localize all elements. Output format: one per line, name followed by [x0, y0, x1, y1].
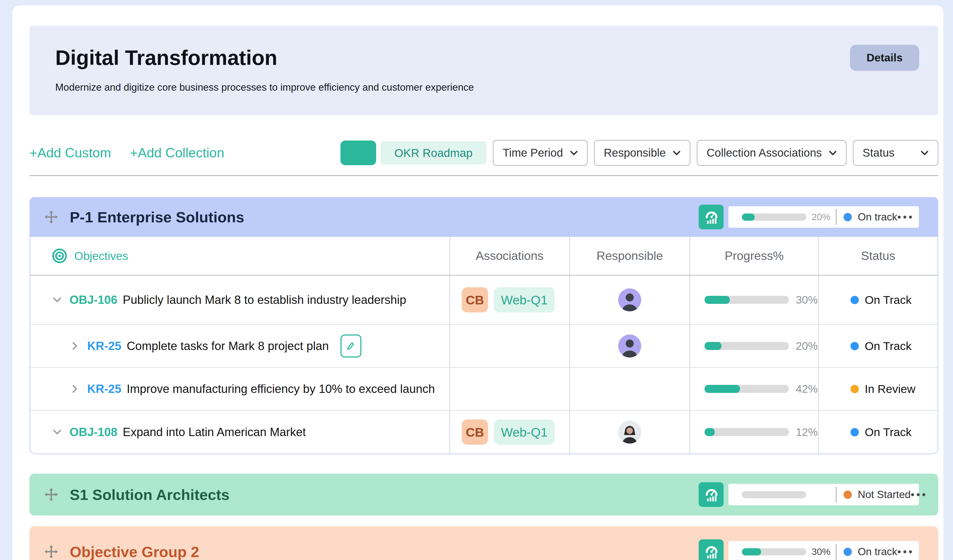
filter-responsible[interactable]: Responsible	[594, 140, 690, 166]
progress-track	[705, 342, 789, 350]
progress-fill	[705, 428, 715, 436]
page-subtitle: Modernize and digitize core business pro…	[55, 82, 938, 93]
group-title: Objective Group 2	[70, 543, 199, 560]
progress-track	[742, 548, 806, 555]
associations-cell	[449, 325, 569, 367]
table-row: OBJ-108 Expand into Latin American Marke…	[30, 411, 937, 453]
objectives-header: Objectives	[30, 237, 449, 275]
group-progress-pill: 20% On track •••	[728, 206, 919, 228]
drag-move-icon[interactable]	[44, 210, 59, 224]
associations-cell: CB Web-Q1	[449, 411, 569, 453]
progress-track	[705, 296, 789, 304]
view-color-swatch-button[interactable]	[340, 141, 376, 165]
pill-divider	[836, 209, 837, 225]
objective-code[interactable]: OBJ-106	[70, 293, 118, 307]
app-canvas: Digital Transformation Modernize and dig…	[12, 5, 943, 560]
progress-percent: 42%	[796, 383, 818, 395]
more-menu-icon[interactable]: •••	[897, 546, 914, 557]
more-menu-icon[interactable]: •••	[911, 489, 928, 500]
add-collection-button[interactable]: +Add Collection	[130, 145, 224, 161]
drag-move-icon[interactable]	[44, 487, 59, 502]
filter-label: Collection Associations	[706, 146, 822, 159]
status-cell[interactable]: On Track	[818, 411, 937, 453]
group-header-og2[interactable]: Objective Group 2 30% On track •••	[29, 526, 938, 560]
progress-track	[742, 214, 806, 221]
avatar[interactable]	[618, 334, 641, 357]
objective-code[interactable]: OBJ-108	[70, 425, 118, 439]
page-title: Digital Transformation	[55, 46, 938, 70]
chevron-down-icon	[829, 150, 837, 156]
status-cell[interactable]: In Review	[818, 368, 937, 410]
expand-chevron-icon[interactable]	[70, 383, 80, 394]
filter-label: Responsible	[604, 146, 666, 159]
status-label[interactable]: Not Started	[858, 489, 911, 501]
chevron-down-icon	[570, 150, 578, 156]
table-row: KR-25 Complete tasks for Mark 8 project …	[30, 325, 937, 368]
filter-status[interactable]: Status	[853, 140, 938, 166]
status-dot	[851, 428, 859, 436]
objective-cell: OBJ-108 Expand into Latin American Marke…	[30, 411, 449, 453]
edit-button[interactable]	[340, 334, 362, 357]
filter-collection-associations[interactable]: Collection Associations	[697, 140, 846, 166]
toolbar: +Add Custom +Add Collection OKR Roadmap …	[29, 140, 938, 166]
responsible-header: Responsible	[569, 237, 689, 275]
group-summary: 30% On track •••	[698, 539, 919, 560]
progress-header: Progress%	[689, 237, 818, 275]
objective-title: Publicly launch Mark 8 to establish indu…	[123, 293, 407, 307]
group-title: P-1 Enterprise Solutions	[70, 208, 244, 226]
progress-cell: 42%	[689, 368, 818, 410]
responsible-cell	[569, 275, 689, 324]
key-result-code[interactable]: KR-25	[87, 382, 121, 396]
gauge-icon[interactable]	[698, 205, 723, 229]
progress-percent: 12%	[796, 426, 818, 439]
pencil-icon	[345, 340, 357, 352]
status-label: On Track	[865, 340, 911, 353]
status-label: On Track	[865, 426, 911, 439]
associations-cell	[449, 368, 569, 410]
okr-roadmap-tab[interactable]: OKR Roadmap	[380, 141, 487, 164]
avatar[interactable]	[618, 420, 641, 444]
group-header-s1[interactable]: S1 Solution Architects Not Started •••	[29, 474, 938, 515]
key-result-code[interactable]: KR-25	[87, 339, 121, 353]
progress-cell: 20%	[689, 325, 818, 367]
collapse-chevron-icon[interactable]	[52, 427, 62, 437]
avatar[interactable]	[618, 288, 641, 311]
collapse-chevron-icon[interactable]	[52, 295, 62, 305]
objectives-header-label: Objectives	[75, 250, 128, 262]
association-badge-webq1[interactable]: Web-Q1	[494, 287, 554, 312]
status-dot	[844, 490, 852, 499]
table-row: KR-25 Improve manufacturing efficiency b…	[30, 368, 937, 411]
status-label[interactable]: On track	[858, 211, 897, 223]
status-dot	[844, 548, 852, 556]
progress-fill	[705, 342, 722, 350]
filter-label: Status	[863, 146, 894, 159]
status-dot	[844, 213, 852, 221]
progress-percent: 20%	[812, 212, 834, 222]
progress-track	[742, 491, 806, 498]
gauge-icon[interactable]	[698, 539, 723, 560]
more-menu-icon[interactable]: •••	[897, 212, 914, 222]
association-badge-webq1[interactable]: Web-Q1	[494, 419, 554, 445]
expand-chevron-icon[interactable]	[70, 341, 80, 351]
group-summary: Not Started •••	[698, 482, 919, 507]
key-result-cell: KR-25 Improve manufacturing efficiency b…	[30, 368, 449, 410]
status-label[interactable]: On track	[858, 546, 897, 558]
status-dot	[851, 342, 859, 350]
status-cell[interactable]: On Track	[818, 325, 937, 367]
okr-table: Objectives Associations Responsible Prog…	[29, 237, 938, 455]
association-badge-cb[interactable]: CB	[462, 419, 488, 445]
chevron-down-icon	[920, 150, 928, 156]
details-button[interactable]: Details	[850, 45, 919, 71]
gauge-icon[interactable]	[698, 482, 723, 507]
group-header-p1[interactable]: P-1 Enterprise Solutions 20% On track ••…	[29, 197, 938, 237]
status-cell[interactable]: On Track	[818, 275, 937, 324]
status-dot	[851, 385, 859, 393]
responsible-cell	[569, 411, 689, 453]
associations-header: Associations	[449, 237, 569, 275]
filter-time-period[interactable]: Time Period	[493, 140, 588, 166]
drag-move-icon[interactable]	[44, 544, 59, 559]
target-icon	[52, 248, 67, 264]
add-custom-button[interactable]: +Add Custom	[29, 145, 111, 161]
association-badge-cb[interactable]: CB	[462, 287, 488, 312]
group-title: S1 Solution Architects	[70, 486, 230, 503]
